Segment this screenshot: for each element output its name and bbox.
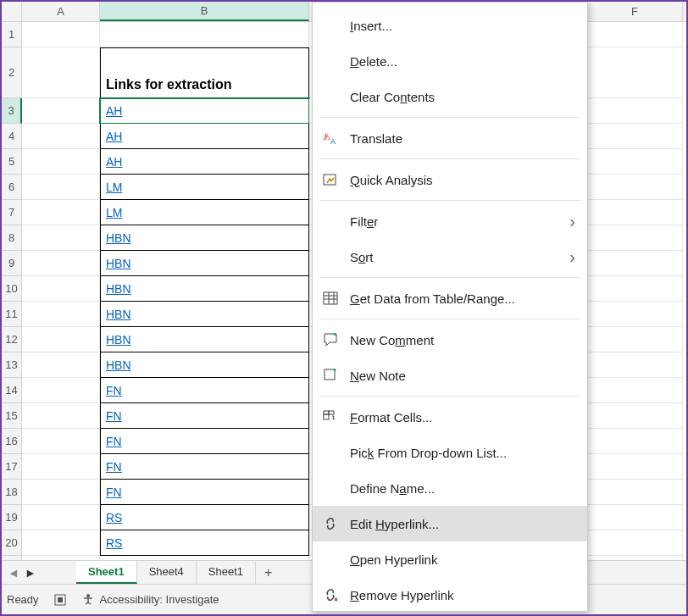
cell[interactable] (587, 98, 683, 124)
cell[interactable] (22, 200, 100, 225)
table-header-cell[interactable]: Links for extraction (100, 47, 309, 98)
hyperlink[interactable]: HBN (106, 257, 131, 270)
cell[interactable] (587, 47, 683, 98)
status-accessibility[interactable]: Accessibility: Investigate (81, 593, 219, 607)
cell[interactable] (587, 251, 683, 276)
tab-nav-next[interactable]: ► (24, 566, 37, 580)
cell[interactable]: LM (100, 175, 309, 200)
col-header-F[interactable]: F (587, 2, 683, 21)
cell[interactable]: FN (100, 378, 309, 403)
cell[interactable] (22, 175, 100, 200)
row-header[interactable]: 16 (2, 429, 22, 454)
hyperlink[interactable]: HBN (106, 333, 131, 347)
menu-item[interactable]: Define Name... (313, 470, 587, 506)
cell[interactable]: RS (100, 505, 309, 530)
cell[interactable]: LM (100, 200, 309, 225)
sheet-tab[interactable]: Sheet1 (76, 561, 137, 584)
hyperlink[interactable]: HBN (106, 308, 131, 321)
row-header[interactable]: 5 (2, 149, 22, 175)
cell[interactable]: FN (100, 480, 309, 505)
row-header[interactable]: 11 (2, 302, 22, 327)
cell[interactable] (22, 149, 100, 175)
cell[interactable] (22, 251, 100, 276)
row-header[interactable]: 17 (2, 454, 22, 480)
sheet-tab[interactable]: Sheet1 (197, 561, 256, 584)
cell[interactable] (22, 98, 100, 124)
row-header[interactable]: 6 (2, 175, 22, 200)
cell[interactable]: HBN (100, 225, 309, 251)
cell[interactable]: RS (100, 530, 309, 556)
hyperlink[interactable]: FN (106, 460, 122, 474)
cell[interactable]: HBN (100, 276, 309, 302)
hyperlink[interactable]: AH (106, 130, 122, 143)
hyperlink[interactable]: FN (106, 486, 122, 499)
cell[interactable]: HBN (100, 302, 309, 327)
cell[interactable] (22, 22, 100, 47)
row-header[interactable]: 3 (2, 98, 22, 124)
cell[interactable] (22, 429, 100, 454)
hyperlink[interactable]: FN (106, 384, 122, 397)
cell[interactable] (100, 22, 309, 47)
col-header-B[interactable]: B (100, 2, 309, 21)
row-header[interactable]: 20 (2, 530, 22, 556)
hyperlink[interactable]: AH (106, 104, 122, 118)
hyperlink[interactable]: RS (106, 536, 122, 550)
row-header[interactable]: 19 (2, 505, 22, 530)
cell[interactable] (587, 429, 683, 454)
cell[interactable] (587, 302, 683, 327)
cell[interactable] (587, 505, 683, 530)
cell[interactable] (22, 276, 100, 302)
cell[interactable] (22, 352, 100, 378)
cell[interactable]: HBN (100, 352, 309, 378)
cell[interactable] (22, 480, 100, 505)
col-header-A[interactable]: A (22, 2, 100, 21)
menu-item[interactable]: New Comment (313, 322, 587, 358)
row-header[interactable]: 14 (2, 378, 22, 403)
cell[interactable] (587, 530, 683, 556)
cell[interactable]: HBN (100, 327, 309, 352)
cell[interactable] (587, 200, 683, 225)
cell[interactable]: HBN (100, 251, 309, 276)
cell[interactable] (587, 352, 683, 378)
select-all-triangle[interactable] (2, 2, 22, 21)
cell[interactable] (22, 327, 100, 352)
row-header[interactable]: 7 (2, 200, 22, 225)
cell[interactable]: AH (100, 149, 309, 175)
row-header[interactable]: 18 (2, 480, 22, 505)
cell[interactable] (587, 327, 683, 352)
cell[interactable] (587, 124, 683, 149)
menu-item[interactable]: Sort› (313, 239, 587, 275)
cell[interactable] (22, 505, 100, 530)
row-header[interactable]: 15 (2, 403, 22, 429)
cell[interactable] (22, 378, 100, 403)
cell[interactable]: FN (100, 429, 309, 454)
menu-item[interactable]: Quick Analysis (313, 162, 587, 197)
cell[interactable] (587, 175, 683, 200)
row-header[interactable]: 2 (2, 47, 22, 98)
hyperlink[interactable]: LM (106, 206, 122, 219)
hyperlink[interactable]: FN (106, 435, 122, 448)
cell[interactable] (22, 124, 100, 149)
menu-item[interactable]: Format Cells... (313, 399, 587, 435)
tab-add-button[interactable]: + (256, 562, 280, 584)
menu-item[interactable]: Delete... (313, 43, 587, 79)
menu-item[interactable]: New Note (313, 358, 587, 393)
cell[interactable] (22, 454, 100, 480)
sheet-tab[interactable]: Sheet4 (137, 561, 197, 584)
cell[interactable] (587, 276, 683, 302)
cell[interactable] (587, 22, 683, 47)
row-header[interactable]: 4 (2, 124, 22, 149)
menu-item[interactable]: Remove Hyperlink (313, 577, 587, 612)
hyperlink[interactable]: HBN (106, 231, 131, 245)
cell[interactable] (587, 149, 683, 175)
hyperlink[interactable]: RS (106, 511, 122, 524)
row-header[interactable]: 9 (2, 251, 22, 276)
hyperlink[interactable]: LM (106, 180, 122, 194)
cell[interactable]: AH (100, 124, 309, 149)
menu-item[interactable]: Edit Hyperlink... (313, 506, 587, 541)
menu-item[interactable]: Insert... (313, 8, 587, 43)
row-header[interactable]: 13 (2, 352, 22, 378)
menu-item[interactable]: Get Data from Table/Range... (313, 280, 587, 316)
cell[interactable] (22, 47, 100, 98)
cell[interactable] (587, 480, 683, 505)
